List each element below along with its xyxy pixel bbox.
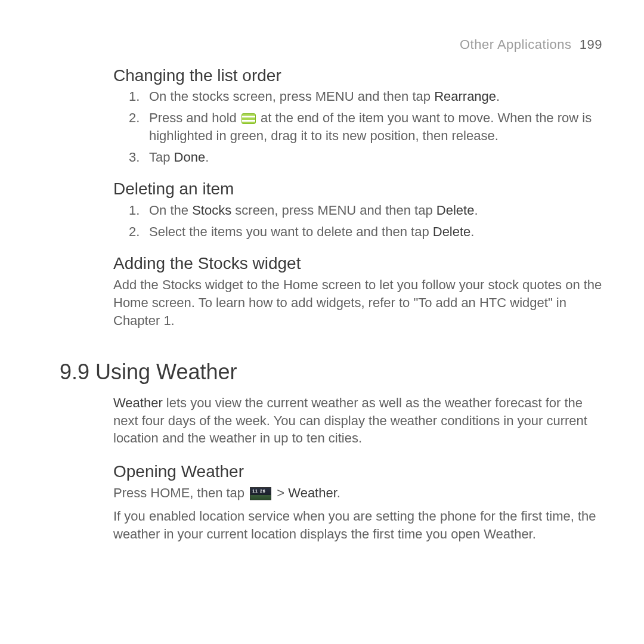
step-item: 1. On the stocks screen, press MENU and … [129, 88, 602, 106]
header-section: Other Applications [460, 37, 572, 52]
step-text: Press and hold at the end of the item yo… [149, 110, 592, 143]
step-number: 3. [129, 148, 140, 166]
heading-adding-stocks-widget: Adding the Stocks widget [113, 252, 602, 275]
step-number: 1. [129, 202, 140, 219]
step-item: 2. Select the items you want to delete a… [129, 223, 602, 241]
step-number: 2. [129, 223, 140, 241]
page-header: Other Applications 199 [60, 36, 602, 54]
step-item: 3. Tap Done. [129, 148, 602, 166]
heading-opening-weather: Opening Weather [113, 460, 602, 483]
body-opening-weather-line1: Press HOME, then tap > Weather. [113, 484, 602, 502]
step-item: 1. On the Stocks screen, press MENU and … [129, 202, 602, 219]
home-weather-icon [250, 487, 271, 500]
heading-change-list-order: Changing the list order [113, 64, 602, 87]
step-item: 2. Press and hold at the end of the item… [129, 109, 602, 144]
step-number: 1. [129, 88, 140, 106]
step-number: 2. [129, 109, 140, 127]
heading-deleting-item: Deleting an item [113, 178, 602, 200]
header-page-number: 199 [580, 37, 602, 52]
drag-handle-icon [242, 113, 256, 124]
steps-deleting-item: 1. On the Stocks screen, press MENU and … [129, 202, 602, 240]
step-text: Select the items you want to delete and … [149, 224, 474, 239]
step-text: On the Stocks screen, press MENU and the… [149, 203, 478, 218]
body-adding-stocks-widget: Add the Stocks widget to the Home screen… [113, 276, 602, 329]
step-text: On the stocks screen, press MENU and the… [149, 89, 500, 104]
body-opening-weather-line2: If you enabled location service when you… [113, 507, 602, 543]
body-using-weather: Weather lets you view the current weathe… [113, 394, 602, 447]
heading-using-weather: 9.9 Using Weather [60, 358, 602, 387]
steps-change-list-order: 1. On the stocks screen, press MENU and … [129, 88, 602, 166]
step-text: Tap Done. [149, 150, 209, 165]
